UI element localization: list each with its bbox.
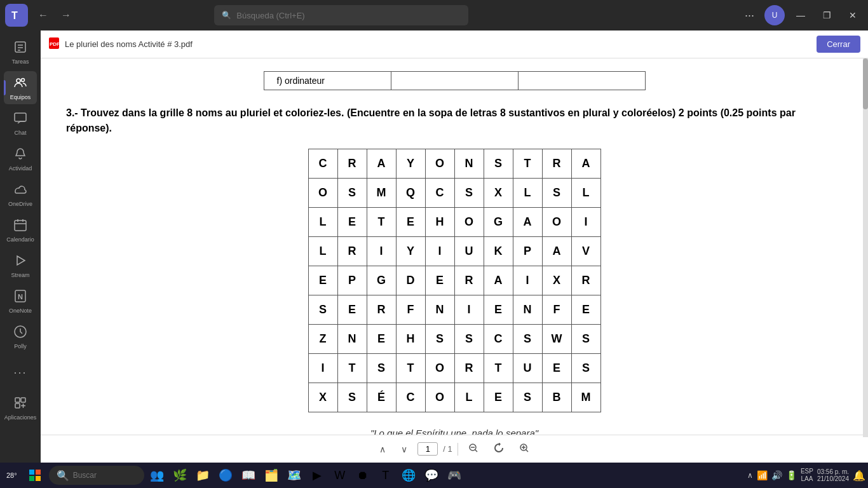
svg-text:PDF: PDF — [50, 41, 60, 47]
sidebar-item-tareas[interactable]: Tareas — [4, 36, 37, 69]
onenote-icon: N — [13, 289, 27, 306]
grid-cell: M — [571, 383, 600, 412]
sidebar-item-actividad[interactable]: Actividad — [4, 142, 37, 175]
taskbar-search-bar[interactable]: 🔍 — [49, 466, 144, 485]
sidebar-item-stream[interactable]: Stream — [4, 249, 37, 282]
grid-cell: U — [454, 237, 484, 266]
more-options-button[interactable]: ··· — [740, 6, 759, 25]
quote-text: "Lo que el Espíritu une, nada lo separa" — [66, 428, 843, 435]
table-cell-col3 — [518, 72, 645, 90]
svg-rect-31 — [29, 470, 34, 475]
grid-cell: O — [454, 208, 484, 237]
grid-cell: I — [308, 354, 337, 383]
taskbar-app-explorer[interactable]: 📁 — [193, 465, 213, 485]
taskbar-app-game[interactable]: 🎮 — [444, 465, 465, 485]
grid-cell: Z — [308, 325, 337, 354]
grid-cell: S — [571, 354, 600, 383]
scrollbar-thumb[interactable] — [863, 58, 868, 109]
page-number-input[interactable] — [417, 442, 438, 456]
taskbar-app-teams[interactable]: T — [376, 465, 396, 485]
taskbar-app-people[interactable]: 👥 — [147, 465, 167, 485]
grid-cell: N — [337, 325, 367, 354]
grid-cell: Q — [396, 179, 425, 208]
maximize-button[interactable]: ❐ — [817, 8, 837, 23]
grid-cell: S — [513, 383, 542, 412]
grid-cell: S — [542, 179, 571, 208]
time-display: 03:56 p. m. 21/10/2024 — [817, 468, 849, 482]
sidebar-item-chat[interactable]: Chat — [4, 107, 37, 140]
zoom-in-button[interactable] — [514, 440, 534, 458]
scrollbar-track[interactable] — [863, 58, 868, 437]
doc-viewer: PDF Le pluriel des noms Activité # 3.pdf… — [41, 30, 868, 463]
polly-icon — [13, 325, 27, 342]
sidebar-item-polly[interactable]: Polly — [4, 320, 37, 353]
grid-cell: E — [337, 208, 367, 237]
taskbar-app-edge[interactable]: 🌐 — [398, 465, 419, 485]
taskbar-app-widget[interactable]: 🌿 — [170, 465, 190, 485]
svg-line-25 — [475, 450, 477, 452]
taskbar-app-files[interactable]: 🗂️ — [261, 465, 281, 485]
grid-cell: U — [513, 354, 542, 383]
grid-cell: S — [367, 354, 396, 383]
sidebar-stream-label: Stream — [11, 272, 29, 278]
stream-icon — [13, 254, 27, 271]
grid-cell: I — [367, 237, 396, 266]
grid-cell: R — [367, 295, 396, 325]
sidebar-item-onenote[interactable]: N OneNote — [4, 285, 37, 318]
taskbar-app-copilot[interactable]: 🔵 — [215, 465, 236, 485]
grid-cell: S — [454, 325, 484, 354]
search-input[interactable] — [236, 11, 461, 20]
taskbar-app-wikipedia[interactable]: 📖 — [238, 465, 259, 485]
grid-cell: I — [513, 266, 542, 295]
grid-cell: C — [396, 383, 425, 412]
grid-cell: L — [571, 179, 600, 208]
sidebar-item-onedrive[interactable]: OneDrive — [4, 178, 37, 211]
grid-cell: C — [425, 179, 454, 208]
svg-marker-13 — [17, 256, 25, 265]
grid-cell: L — [308, 208, 337, 237]
grid-cell: É — [367, 383, 396, 412]
table-cell-label: f) ordinateur — [264, 72, 391, 90]
windows-start-button[interactable] — [24, 464, 46, 487]
grid-cell: N — [454, 149, 484, 179]
grid-cell: E — [571, 295, 600, 325]
minimize-button[interactable]: — — [790, 8, 811, 23]
grid-cell: R — [454, 266, 484, 295]
sidebar-item-aplicaciones[interactable]: Aplicaciones — [4, 391, 37, 424]
table-cell-col2 — [391, 72, 518, 90]
cerrar-button[interactable]: Cerrar — [817, 36, 860, 53]
zoom-out-button[interactable] — [463, 440, 484, 458]
svg-rect-18 — [21, 398, 25, 402]
page-prev-button[interactable]: ∧ — [374, 442, 391, 457]
taskbar-app-whatsapp[interactable]: 💬 — [421, 465, 442, 485]
taskbar-search-input[interactable] — [73, 471, 137, 480]
svg-rect-19 — [15, 403, 20, 408]
close-button[interactable]: ✕ — [843, 8, 863, 23]
taskbar-app-youtube[interactable]: ▶ — [307, 465, 327, 485]
chat-icon — [13, 111, 27, 128]
sidebar-item-equipos[interactable]: Equipos — [4, 71, 37, 104]
sidebar-polly-label: Polly — [14, 343, 27, 349]
taskbar-app-maps[interactable]: 🗺️ — [284, 465, 304, 485]
svg-point-7 — [22, 78, 25, 81]
grid-cell: O — [425, 383, 454, 412]
taskbar-app-word[interactable]: W — [330, 465, 350, 485]
grid-cell: T — [484, 354, 513, 383]
doc-content[interactable]: f) ordinateur 3.- Trouvez dans la grille… — [41, 58, 868, 435]
zoom-reset-button[interactable] — [489, 440, 509, 458]
onedrive-icon — [13, 182, 27, 200]
grid-cell: Y — [396, 149, 425, 179]
notification-icon[interactable]: 🔔 — [853, 470, 865, 482]
system-tray-caret[interactable]: ∧ — [747, 471, 753, 480]
grid-cell: E — [484, 383, 513, 412]
grid-cell: L — [308, 237, 337, 266]
taskbar-app-record[interactable]: ⏺ — [353, 465, 373, 485]
grid-cell: B — [542, 383, 571, 412]
back-button[interactable]: ← — [33, 7, 53, 24]
sidebar-item-calendario[interactable]: Calendario — [4, 214, 37, 247]
grid-cell: S — [513, 325, 542, 354]
forward-button[interactable]: → — [56, 7, 76, 24]
sidebar-item-more[interactable]: ··· — [4, 356, 37, 389]
page-next-button[interactable]: ∨ — [396, 442, 412, 457]
svg-text:T: T — [11, 10, 18, 21]
